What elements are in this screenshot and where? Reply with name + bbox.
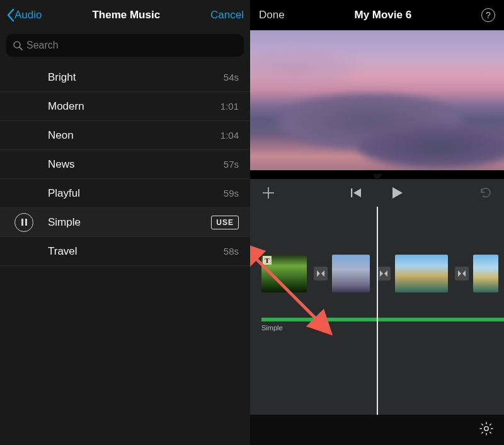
chevron-left-icon xyxy=(6,8,14,22)
skip-back-button[interactable] xyxy=(351,188,362,198)
theme-music-panel: Audio Theme Music Cancel Bright 54s Mode… xyxy=(0,0,250,445)
svg-line-1 xyxy=(20,47,22,50)
track-name: Modern xyxy=(48,100,220,113)
track-duration: 59s xyxy=(224,188,239,199)
svg-point-6 xyxy=(484,427,488,431)
transition-icon xyxy=(457,269,466,278)
transition-button[interactable] xyxy=(377,267,391,280)
video-clip[interactable] xyxy=(395,255,448,292)
left-title: Theme Music xyxy=(92,9,160,21)
back-button[interactable]: Audio xyxy=(6,8,42,22)
title-badge: T xyxy=(263,256,272,265)
editor-panel: Done My Movie 6 ? xyxy=(250,0,504,445)
transition-icon xyxy=(316,269,325,278)
track-name: Simple xyxy=(48,216,211,229)
video-clip[interactable]: T xyxy=(261,255,307,292)
svg-line-11 xyxy=(481,424,483,425)
track-name: Neon xyxy=(48,129,220,142)
right-header: Done My Movie 6 ? xyxy=(250,0,504,30)
add-media-button[interactable] xyxy=(261,186,275,200)
undo-icon xyxy=(479,187,493,199)
track-duration: 54s xyxy=(224,72,239,83)
skip-back-icon xyxy=(351,188,362,198)
gear-icon xyxy=(479,421,494,436)
transition-button[interactable] xyxy=(455,267,469,280)
track-duration: 58s xyxy=(224,246,239,257)
playhead[interactable] xyxy=(377,207,378,415)
project-title: My Movie 6 xyxy=(354,9,411,21)
audio-track[interactable] xyxy=(261,318,504,321)
svg-line-13 xyxy=(490,424,491,425)
track-row[interactable]: Modern 1:01 xyxy=(0,92,250,121)
help-button[interactable]: ? xyxy=(481,8,495,22)
play-icon xyxy=(390,186,404,200)
left-header: Audio Theme Music Cancel xyxy=(0,0,250,30)
video-preview[interactable] xyxy=(250,30,504,170)
playhead-marker-icon xyxy=(372,174,382,184)
track-duration: 1:01 xyxy=(220,101,239,112)
transition-button[interactable] xyxy=(314,267,328,280)
back-label: Audio xyxy=(14,9,42,21)
track-name: Travel xyxy=(48,245,224,258)
video-clip[interactable] xyxy=(473,255,498,292)
track-row[interactable]: Bright 54s xyxy=(0,63,250,92)
track-row-selected[interactable]: Simple USE xyxy=(0,208,250,237)
track-name: Bright xyxy=(48,71,224,84)
pause-icon xyxy=(21,219,27,226)
done-button[interactable]: Done xyxy=(259,9,285,21)
track-row[interactable]: Travel 58s xyxy=(0,237,250,266)
cancel-button[interactable]: Cancel xyxy=(210,9,244,21)
track-duration: 1:04 xyxy=(220,130,239,141)
video-clip[interactable] xyxy=(332,255,370,292)
track-row[interactable]: Neon 1:04 xyxy=(0,121,250,150)
settings-button[interactable] xyxy=(479,421,494,439)
play-button[interactable] xyxy=(390,186,404,200)
track-duration: 57s xyxy=(224,159,239,170)
plus-icon xyxy=(261,186,275,200)
undo-button[interactable] xyxy=(479,187,493,199)
track-name: News xyxy=(48,158,224,171)
timeline[interactable]: T Simple xyxy=(250,207,504,415)
search-icon xyxy=(13,40,23,50)
track-list: Bright 54s Modern 1:01 Neon 1:04 News 57… xyxy=(0,63,250,445)
svg-line-14 xyxy=(481,432,483,434)
audio-track-label: Simple xyxy=(261,324,283,332)
track-row[interactable]: Playful 59s xyxy=(0,179,250,208)
pause-button[interactable] xyxy=(14,213,33,232)
track-name: Playful xyxy=(48,187,224,200)
search-input[interactable] xyxy=(26,40,238,51)
svg-line-12 xyxy=(490,432,491,434)
search-field[interactable] xyxy=(6,34,244,57)
bottom-toolbar xyxy=(250,415,504,445)
playback-toolbar xyxy=(250,179,504,207)
track-row[interactable]: News 57s xyxy=(0,150,250,179)
use-button[interactable]: USE xyxy=(211,216,239,229)
svg-rect-4 xyxy=(351,188,352,197)
transition-icon xyxy=(379,269,388,278)
